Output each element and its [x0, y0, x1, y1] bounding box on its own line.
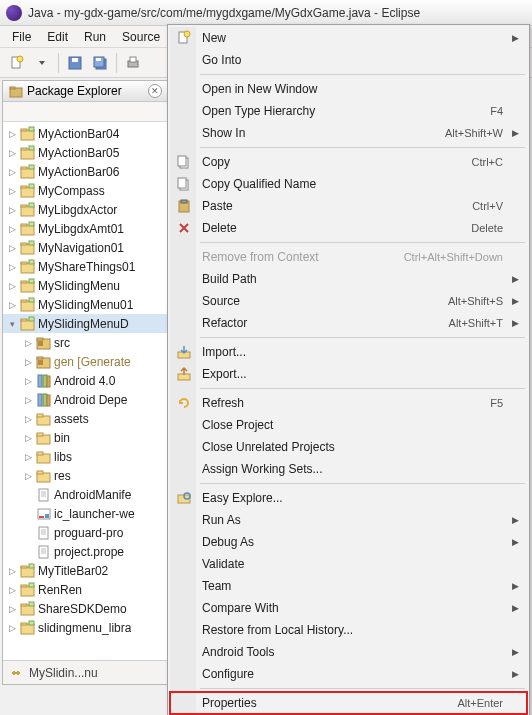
menu-item-copy-qualified-name[interactable]: Copy Qualified Name — [170, 173, 527, 195]
svg-rect-49 — [37, 357, 43, 359]
tree-item[interactable]: ▷bin — [3, 428, 168, 447]
tree-item[interactable]: ▷MyActionBar05 — [3, 143, 168, 162]
expand-icon[interactable]: ▷ — [7, 584, 18, 595]
menu-item-close-unrelated-projects[interactable]: Close Unrelated Projects — [170, 436, 527, 458]
tree-item[interactable]: ▷ShareSDKDemo — [3, 599, 168, 618]
expand-icon[interactable]: ▷ — [23, 356, 34, 367]
menu-item-label: Validate — [202, 557, 244, 571]
menu-item-configure[interactable]: Configure▶ — [170, 663, 527, 685]
tree-item[interactable]: proguard-pro — [3, 523, 168, 542]
menu-item-copy[interactable]: CopyCtrl+C — [170, 151, 527, 173]
menu-item-paste[interactable]: PasteCtrl+V — [170, 195, 527, 217]
expand-icon[interactable]: ▷ — [7, 242, 18, 253]
expand-icon[interactable]: ▷ — [7, 565, 18, 576]
menu-item-debug-as[interactable]: Debug As▶ — [170, 531, 527, 553]
tree-item[interactable]: AndroidManife — [3, 485, 168, 504]
menu-item-open-in-new-window[interactable]: Open in New Window — [170, 78, 527, 100]
expand-icon[interactable]: ▷ — [7, 128, 18, 139]
tree-item[interactable]: project.prope — [3, 542, 168, 561]
expand-icon[interactable]: ▷ — [7, 166, 18, 177]
tree-item[interactable]: ▷Android Depe — [3, 390, 168, 409]
expand-icon[interactable]: ▷ — [7, 622, 18, 633]
new-dropdown-button[interactable] — [31, 52, 53, 74]
save-button[interactable] — [64, 52, 86, 74]
tree-item[interactable]: ▷MySlidingMenu — [3, 276, 168, 295]
tree-item[interactable]: ▷res — [3, 466, 168, 485]
tree-item[interactable]: ▷MyShareThings01 — [3, 257, 168, 276]
svg-rect-21 — [21, 186, 27, 188]
expand-icon[interactable]: ▷ — [23, 375, 34, 386]
expand-icon[interactable]: ▷ — [7, 603, 18, 614]
tree-item[interactable]: ▷MyLibgdxAmt01 — [3, 219, 168, 238]
menu-item-team[interactable]: Team▶ — [170, 575, 527, 597]
tree-item[interactable]: ic_launcher-we — [3, 504, 168, 523]
menu-item-build-path[interactable]: Build Path▶ — [170, 268, 527, 290]
tree-item[interactable]: ▷MyCompass — [3, 181, 168, 200]
tree-item[interactable]: ▷MyNavigation01 — [3, 238, 168, 257]
expand-icon[interactable] — [23, 489, 34, 500]
menu-item-refactor[interactable]: RefactorAlt+Shift+T▶ — [170, 312, 527, 334]
folder-icon — [36, 468, 52, 484]
menu-item-label: Easy Explore... — [202, 491, 283, 505]
menu-item-validate[interactable]: Validate — [170, 553, 527, 575]
menu-item-run-as[interactable]: Run As▶ — [170, 509, 527, 531]
expand-icon[interactable] — [23, 527, 34, 538]
save-all-button[interactable] — [89, 52, 111, 74]
menu-item-show-in[interactable]: Show InAlt+Shift+W▶ — [170, 122, 527, 144]
menu-item-import[interactable]: Import... — [170, 341, 527, 363]
expand-icon[interactable]: ▷ — [7, 204, 18, 215]
expand-icon[interactable]: ▷ — [7, 185, 18, 196]
expand-icon[interactable]: ▷ — [23, 470, 34, 481]
menu-item-source[interactable]: SourceAlt+Shift+S▶ — [170, 290, 527, 312]
menu-item-compare-with[interactable]: Compare With▶ — [170, 597, 527, 619]
expand-icon[interactable]: ▷ — [7, 280, 18, 291]
menu-item-close-project[interactable]: Close Project — [170, 414, 527, 436]
close-icon[interactable]: ✕ — [148, 84, 162, 98]
tree-item-label: ic_launcher-we — [54, 507, 135, 521]
expand-icon[interactable] — [23, 508, 34, 519]
tree-item[interactable]: ▷MyLibgdxActor — [3, 200, 168, 219]
menu-item-refresh[interactable]: RefreshF5 — [170, 392, 527, 414]
menu-item-delete[interactable]: DeleteDelete — [170, 217, 527, 239]
menu-item-export[interactable]: Export... — [170, 363, 527, 385]
menu-item-go-into[interactable]: Go Into — [170, 49, 527, 71]
expand-icon[interactable]: ▷ — [23, 451, 34, 462]
expand-icon[interactable]: ▷ — [7, 147, 18, 158]
expand-icon[interactable]: ▾ — [7, 318, 18, 329]
menu-item-properties[interactable]: PropertiesAlt+Enter — [170, 692, 527, 714]
tree-item[interactable]: ▷MySlidingMenu01 — [3, 295, 168, 314]
menu-item-easy-explore[interactable]: Easy Explore... — [170, 487, 527, 509]
print-button[interactable] — [122, 52, 144, 74]
tree-item[interactable]: ▷src — [3, 333, 168, 352]
new-button[interactable] — [6, 52, 28, 74]
svg-rect-33 — [21, 262, 27, 264]
expand-icon[interactable]: ▷ — [23, 413, 34, 424]
tree-item[interactable]: ▾MySlidingMenuD — [3, 314, 168, 333]
tree-item[interactable]: ▷gen [Generate — [3, 352, 168, 371]
menu-file[interactable]: File — [4, 27, 39, 47]
tree-item[interactable]: ▷MyActionBar04 — [3, 124, 168, 143]
expand-icon[interactable]: ▷ — [7, 261, 18, 272]
expand-icon[interactable] — [23, 546, 34, 557]
expand-icon[interactable]: ▷ — [7, 223, 18, 234]
tree-item[interactable]: ▷slidingmenu_libra — [3, 618, 168, 637]
tree-item[interactable]: ▷Android 4.0 — [3, 371, 168, 390]
menu-run[interactable]: Run — [76, 27, 114, 47]
menu-item-open-type-hierarchy[interactable]: Open Type HierarchyF4 — [170, 100, 527, 122]
tree-item[interactable]: ▷assets — [3, 409, 168, 428]
menu-item-new[interactable]: New▶ — [170, 27, 527, 49]
project-tree[interactable]: ▷MyActionBar04▷MyActionBar05▷MyActionBar… — [3, 122, 168, 660]
expand-icon[interactable]: ▷ — [23, 432, 34, 443]
tree-item[interactable]: ▷MyActionBar06 — [3, 162, 168, 181]
tree-item[interactable]: ▷MyTitleBar02 — [3, 561, 168, 580]
tree-item[interactable]: ▷libs — [3, 447, 168, 466]
menu-item-android-tools[interactable]: Android Tools▶ — [170, 641, 527, 663]
expand-icon[interactable]: ▷ — [23, 337, 34, 348]
menu-item-restore-from-local-history[interactable]: Restore from Local History... — [170, 619, 527, 641]
menu-source[interactable]: Source — [114, 27, 168, 47]
expand-icon[interactable]: ▷ — [7, 299, 18, 310]
menu-edit[interactable]: Edit — [39, 27, 76, 47]
menu-item-assign-working-sets[interactable]: Assign Working Sets... — [170, 458, 527, 480]
expand-icon[interactable]: ▷ — [23, 394, 34, 405]
tree-item[interactable]: ▷RenRen — [3, 580, 168, 599]
